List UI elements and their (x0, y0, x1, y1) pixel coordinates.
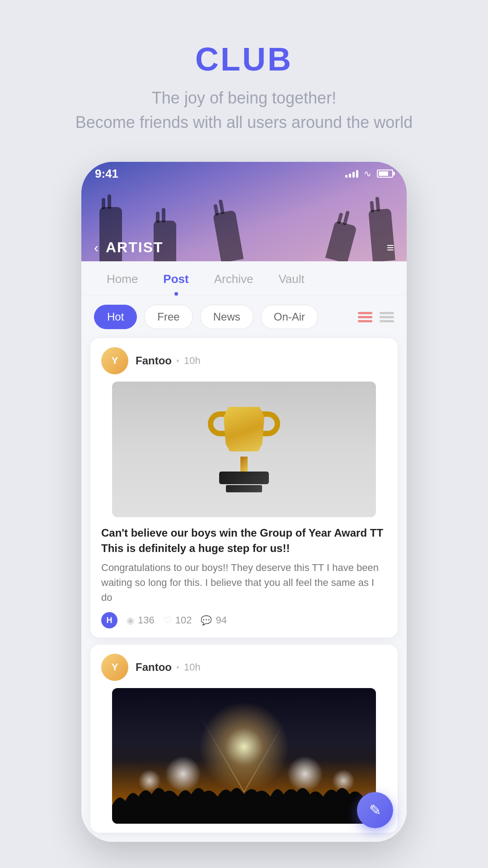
post-card-1: Y Fantoo • 10h (90, 338, 398, 637)
filter-bar: Hot Free News On-Air (81, 296, 407, 338)
grid-view-icon[interactable] (358, 312, 372, 322)
phone-body: Home Post Archive Vault Hot Free News On… (81, 261, 407, 842)
post-image-trophy (112, 382, 376, 517)
post-header-1: Y Fantoo • 10h (90, 338, 398, 382)
filter-free[interactable]: Free (144, 305, 192, 329)
signal-icon (345, 170, 358, 178)
compose-fab-button[interactable]: ✎ (357, 792, 393, 828)
views-icon: ◉ (127, 615, 134, 626)
tab-post[interactable]: Post (150, 261, 201, 295)
post-author-2: Fantoo (136, 661, 172, 674)
post-body-1: Congratulations to our boys!! They deser… (101, 560, 387, 605)
list-view-icon[interactable] (380, 312, 394, 322)
post-image-concert (112, 688, 376, 824)
tab-vault[interactable]: Vault (266, 261, 317, 295)
trophy-illustration (219, 407, 269, 492)
posts-list: Y Fantoo • 10h (81, 338, 407, 842)
post-content-1: Can't believe our boys win the Group of … (90, 517, 398, 605)
likes-count-1: 102 (175, 614, 192, 626)
post-dot-1: • (176, 356, 179, 366)
post-avatar-1: Y (101, 347, 128, 374)
post-meta-1: Fantoo • 10h (136, 354, 201, 367)
post-dot-2: • (176, 662, 179, 673)
menu-button[interactable]: ≡ (387, 241, 394, 255)
phone-frame: 9:41 ∿ ‹ ARTIST ≡ Hom (81, 162, 407, 842)
comments-count-1: 94 (216, 614, 226, 626)
post-time-2: 10h (184, 661, 201, 673)
heart-icon: ♡ (164, 615, 172, 626)
post-meta-2: Fantoo • 10h (136, 661, 201, 674)
wifi-icon: ∿ (364, 168, 371, 179)
post-footer-1: H ◉ 136 ♡ 102 💬 94 (90, 605, 398, 637)
post-views-1: ◉ 136 (127, 614, 155, 626)
filter-hot[interactable]: Hot (94, 305, 137, 329)
post-author-1: Fantoo (136, 354, 172, 367)
view-toggle (358, 312, 394, 322)
battery-icon (377, 170, 393, 178)
nav-bar: ‹ ARTIST ≡ (81, 239, 407, 256)
page-title: CLUB (195, 41, 293, 78)
comment-icon: 💬 (201, 615, 212, 626)
post-time-1: 10h (184, 355, 201, 367)
tab-navigation: Home Post Archive Vault (81, 261, 407, 296)
edit-icon: ✎ (369, 802, 381, 819)
tab-home[interactable]: Home (94, 261, 150, 295)
filter-news[interactable]: News (200, 305, 253, 329)
post-badge-1: H (101, 612, 117, 628)
post-avatar-2: Y (101, 654, 128, 681)
status-icons: ∿ (345, 168, 393, 179)
filter-onair[interactable]: On-Air (261, 305, 318, 329)
post-header-2: Y Fantoo • 10h (90, 645, 398, 688)
status-bar: 9:41 ∿ (81, 162, 407, 185)
nav-title: ARTIST (106, 239, 387, 256)
post-comments-1[interactable]: 💬 94 (201, 614, 226, 626)
back-button[interactable]: ‹ (94, 240, 99, 255)
page-subtitle: The joy of being together! Become friend… (75, 86, 413, 135)
post-likes-1[interactable]: ♡ 102 (164, 614, 192, 626)
tab-archive[interactable]: Archive (202, 261, 266, 295)
post-title-1: Can't believe our boys win the Group of … (101, 525, 387, 556)
views-count-1: 136 (138, 614, 155, 626)
phone-header: 9:41 ∿ ‹ ARTIST ≡ (81, 162, 407, 261)
concert-scene (112, 688, 376, 824)
status-time: 9:41 (95, 167, 118, 181)
trophy-scene (112, 382, 376, 517)
post-card-2: Y Fantoo • 10h (90, 645, 398, 833)
